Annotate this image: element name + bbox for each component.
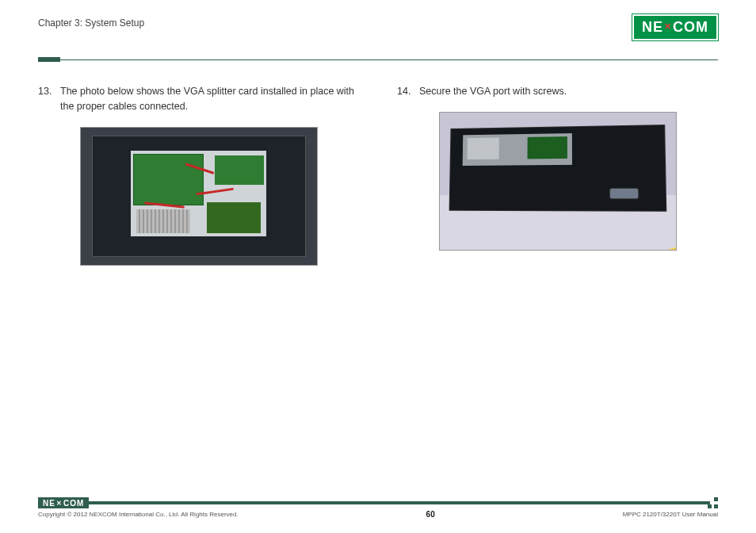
header-rule <box>38 57 718 62</box>
photo-step-14 <box>439 112 677 251</box>
footer-text-row: Copyright © 2012 NEXCOM International Co… <box>38 510 718 519</box>
logo-x-icon <box>663 19 673 36</box>
chapter-title: Chapter 3: System Setup <box>38 17 144 29</box>
manual-reference: MPPC 2120T/3220T User Manual <box>623 511 718 518</box>
step-number: 14. <box>397 84 413 99</box>
content-area: 13. The photo below shows the VGA splitt… <box>38 84 718 266</box>
page-number: 60 <box>426 510 435 519</box>
page-header: Chapter 3: System Setup NE COM <box>38 17 718 52</box>
footer-rule <box>89 501 710 504</box>
left-column: 13. The photo below shows the VGA splitt… <box>38 84 359 266</box>
vga-port-icon <box>609 187 639 198</box>
step-14: 14. Secure the VGA port with screws. <box>397 84 718 99</box>
rule-accent <box>38 57 60 62</box>
footer-cap-icon <box>710 497 718 508</box>
right-column: 14. Secure the VGA port with screws. <box>397 84 718 266</box>
step-text: The photo below shows the VGA splitter c… <box>60 84 359 114</box>
step-number: 13. <box>38 84 54 114</box>
page-footer: NE✕COM Copyright © 2012 NEXCOM Internati… <box>38 497 718 519</box>
copyright-text: Copyright © 2012 NEXCOM International Co… <box>38 511 239 518</box>
rule-line <box>60 59 718 60</box>
photo-step-13 <box>80 127 318 266</box>
brand-logo: NE COM <box>632 14 718 40</box>
footer-logo: NE✕COM <box>38 497 89 508</box>
brand-logo-box: NE COM <box>632 14 718 40</box>
step-13: 13. The photo below shows the VGA splitt… <box>38 84 359 114</box>
footer-bar: NE✕COM <box>38 497 718 508</box>
step-text: Secure the VGA port with screws. <box>419 84 718 99</box>
